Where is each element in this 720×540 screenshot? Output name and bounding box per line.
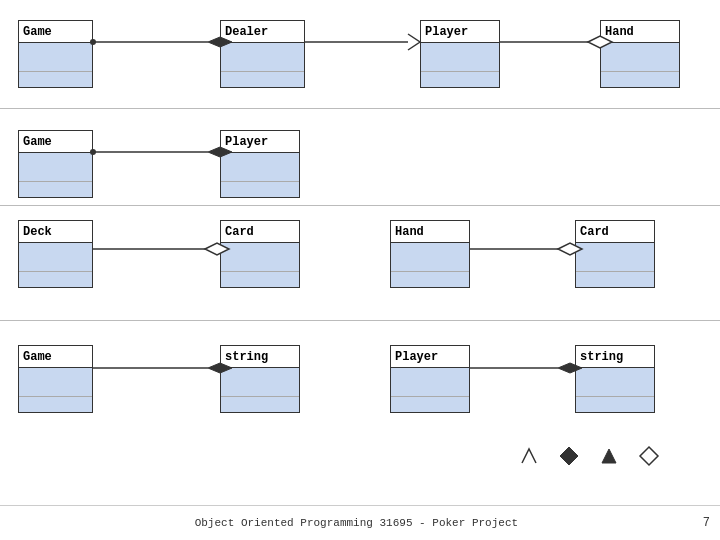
- box-body: [221, 43, 304, 71]
- box-title: Card: [221, 221, 299, 243]
- box-title: Player: [391, 346, 469, 368]
- box-body2: [601, 71, 679, 87]
- legend-icons: [518, 445, 660, 467]
- box-title: Game: [19, 21, 92, 43]
- uml-box-string1: string: [220, 345, 300, 413]
- box-body: [601, 43, 679, 71]
- box-body: [576, 368, 654, 396]
- box-body2: [221, 396, 299, 412]
- uml-box-card2: Card: [575, 220, 655, 288]
- box-body: [19, 368, 92, 396]
- footer-page: 7: [703, 516, 710, 530]
- box-body: [19, 153, 92, 181]
- filled-triangle-icon: [598, 445, 620, 467]
- box-title: Player: [421, 21, 499, 43]
- open-triangle-icon: [518, 445, 540, 467]
- box-title: Player: [221, 131, 299, 153]
- uml-box-player3: Player: [390, 345, 470, 413]
- box-body2: [19, 396, 92, 412]
- row-divider-3: [0, 320, 720, 321]
- footer-text: Object Oriented Programming 31695 - Poke…: [10, 517, 703, 529]
- row-divider-1: [0, 108, 720, 109]
- diagram-area: Game Dealer Player Hand Game Player Deck…: [0, 0, 720, 505]
- svg-marker-17: [560, 447, 578, 465]
- box-body2: [576, 271, 654, 287]
- box-body: [221, 368, 299, 396]
- uml-box-string2: string: [575, 345, 655, 413]
- box-title: string: [576, 346, 654, 368]
- box-body: [421, 43, 499, 71]
- open-diamond-icon: [638, 445, 660, 467]
- uml-box-deck1: Deck: [18, 220, 93, 288]
- uml-box-game1: Game: [18, 20, 93, 88]
- uml-box-dealer1: Dealer: [220, 20, 305, 88]
- row-divider-2: [0, 205, 720, 206]
- box-body: [221, 243, 299, 271]
- svg-marker-18: [602, 449, 616, 463]
- box-body2: [19, 71, 92, 87]
- box-title: Hand: [391, 221, 469, 243]
- box-title: Game: [19, 346, 92, 368]
- box-body2: [19, 271, 92, 287]
- uml-box-hand2: Hand: [390, 220, 470, 288]
- box-body: [19, 243, 92, 271]
- box-body: [391, 243, 469, 271]
- uml-box-player1: Player: [420, 20, 500, 88]
- box-body: [391, 368, 469, 396]
- box-body2: [221, 181, 299, 197]
- box-body2: [221, 71, 304, 87]
- box-title: Game: [19, 131, 92, 153]
- uml-box-game2: Game: [18, 130, 93, 198]
- filled-diamond-icon: [558, 445, 580, 467]
- box-body2: [576, 396, 654, 412]
- box-body: [221, 153, 299, 181]
- box-title: string: [221, 346, 299, 368]
- box-title: Card: [576, 221, 654, 243]
- uml-box-card1: Card: [220, 220, 300, 288]
- box-title: Hand: [601, 21, 679, 43]
- footer: Object Oriented Programming 31695 - Poke…: [0, 505, 720, 540]
- uml-box-hand1: Hand: [600, 20, 680, 88]
- box-body2: [421, 71, 499, 87]
- box-title: Deck: [19, 221, 92, 243]
- box-title: Dealer: [221, 21, 304, 43]
- box-body2: [221, 271, 299, 287]
- svg-marker-19: [640, 447, 658, 465]
- box-body: [576, 243, 654, 271]
- box-body2: [391, 396, 469, 412]
- uml-box-player2: Player: [220, 130, 300, 198]
- box-body: [19, 43, 92, 71]
- uml-box-game3: Game: [18, 345, 93, 413]
- box-body2: [19, 181, 92, 197]
- box-body2: [391, 271, 469, 287]
